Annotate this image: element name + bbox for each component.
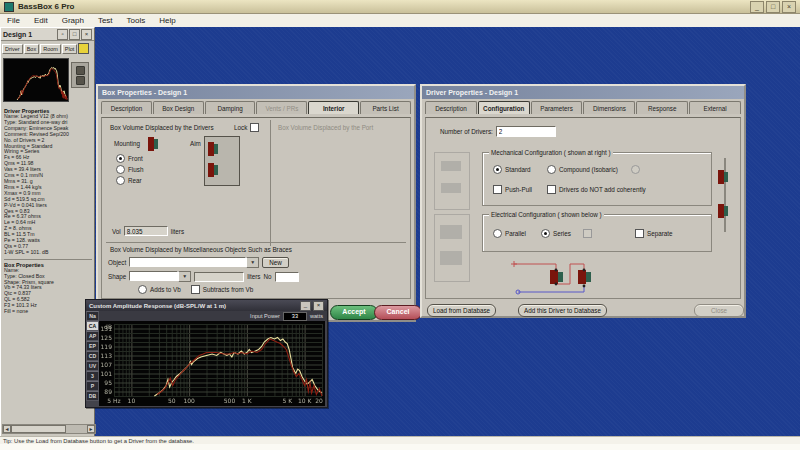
graph-type-button[interactable]: CA — [86, 321, 99, 331]
graph-titlebar[interactable]: Custom Amplitude Response (dB-SPL/W at 1… — [86, 300, 327, 311]
standard-option[interactable]: Standard — [493, 165, 531, 174]
panel-maximize-icon[interactable]: □ — [69, 29, 80, 40]
graph-type-button[interactable]: AP — [86, 331, 99, 341]
subtracts-from-vb-option[interactable]: Subtracts from Vb — [191, 285, 253, 294]
lock-checkbox[interactable] — [250, 123, 259, 132]
speaker-box-icon[interactable] — [71, 62, 89, 88]
menu-item[interactable]: Help — [152, 16, 182, 25]
box-dialog-tab[interactable]: Parts List — [360, 101, 411, 114]
graph-type-toolbar: NaCAAPEPCDUV3PDB — [86, 311, 99, 407]
close-button[interactable]: Close — [694, 304, 744, 317]
input-power-value[interactable]: 33 — [283, 312, 307, 321]
standard-radio[interactable] — [493, 165, 502, 174]
menu-item[interactable]: Test — [91, 16, 120, 25]
object-dropdown[interactable]: ▼ — [129, 257, 259, 268]
plot-color-swatch[interactable] — [78, 43, 89, 54]
driver-dialog-tab[interactable]: Description — [425, 101, 477, 114]
maximize-icon[interactable]: □ — [766, 1, 780, 13]
separate-option[interactable]: Separate — [635, 229, 673, 238]
no-coherent-option[interactable]: Drivers do NOT add coherently — [547, 185, 646, 194]
box-dialog-tab[interactable]: Vents / PRs — [256, 101, 307, 114]
driver-dialog-tab[interactable]: Dimensions — [583, 101, 635, 114]
lock-control: Lock — [234, 123, 259, 132]
horizontal-scrollbar[interactable]: ◄ ► — [2, 424, 96, 434]
front-radio[interactable] — [116, 154, 125, 163]
driver-dialog-title: Driver Properties - Design 1 — [426, 89, 518, 96]
driver-dialog-tab[interactable]: Response — [636, 101, 688, 114]
dropdown-icon[interactable]: ▼ — [246, 257, 259, 268]
mounting-rear-option[interactable]: Rear — [116, 176, 142, 185]
drivers-vol-field[interactable] — [124, 226, 168, 236]
amplitude-response-chart[interactable] — [99, 321, 325, 406]
series-radio[interactable] — [541, 229, 550, 238]
menu-item[interactable]: Graph — [55, 16, 91, 25]
parallel-option[interactable]: Parallel — [493, 229, 526, 238]
scrollbar-thumb[interactable] — [11, 425, 66, 433]
menu-item[interactable]: File — [0, 16, 27, 25]
cancel-button[interactable]: Cancel — [374, 305, 422, 320]
series-wiring-diagram — [510, 256, 640, 298]
response-thumbnail-chart[interactable] — [3, 58, 69, 102]
plot-button[interactable]: Plot — [62, 44, 77, 54]
box-button[interactable]: Box — [24, 44, 39, 54]
accept-button[interactable]: Accept — [330, 305, 378, 320]
app-icon — [4, 2, 14, 12]
graph-close-icon[interactable]: × — [313, 301, 324, 311]
mounting-front-option[interactable]: Front — [116, 154, 143, 163]
box-dialog-tab[interactable]: Box Design — [153, 101, 204, 114]
push-pull-checkbox[interactable] — [493, 185, 502, 194]
panel-restore-icon[interactable]: ▫ — [57, 29, 68, 40]
driver-dialog-tab[interactable]: External — [689, 101, 741, 114]
design-summary-panel: Design 1 ▫ □ × Driver Box Room Plot — [0, 27, 95, 436]
mounting-flush-option[interactable]: Flush — [116, 165, 143, 174]
subtracts-checkbox[interactable] — [191, 285, 200, 294]
graph-type-button[interactable]: CD — [86, 351, 99, 361]
box-dialog-titlebar[interactable]: Box Properties - Design 1 — [98, 86, 414, 99]
scroll-left-icon[interactable]: ◄ — [3, 425, 11, 433]
shape-dropdown[interactable]: ▼ — [129, 271, 191, 282]
close-icon[interactable]: × — [782, 1, 796, 13]
new-object-button[interactable]: New — [262, 257, 289, 268]
graph-type-button[interactable]: DB — [86, 391, 99, 401]
input-power-unit: watts — [310, 313, 323, 319]
minimize-icon[interactable]: _ — [750, 1, 764, 13]
dropdown-icon[interactable]: ▼ — [178, 271, 191, 282]
menu-item[interactable]: Tools — [120, 16, 153, 25]
push-pull-option[interactable]: Push-Pull — [493, 185, 532, 194]
taskbar-area — [0, 444, 800, 450]
load-from-database-button[interactable]: Load from Database — [427, 304, 496, 317]
separate-checkbox[interactable] — [635, 229, 644, 238]
rear-radio[interactable] — [116, 176, 125, 185]
compound-radio[interactable] — [547, 165, 556, 174]
box-dialog-tab[interactable]: Interior — [308, 101, 359, 114]
driver-dialog-tab[interactable]: Parameters — [531, 101, 583, 114]
graph-type-button[interactable]: EP — [86, 341, 99, 351]
parallel-radio[interactable] — [493, 229, 502, 238]
section-divider — [270, 120, 271, 246]
menu-item[interactable]: Edit — [27, 16, 55, 25]
driver-button[interactable]: Driver — [2, 44, 23, 54]
graph-minimize-icon[interactable]: _ — [300, 301, 311, 311]
graph-type-button[interactable]: 3 — [86, 371, 99, 381]
box-dialog-tab[interactable]: Damping — [205, 101, 256, 114]
mounting-driver-icon — [148, 137, 158, 151]
no-coherent-checkbox[interactable] — [547, 185, 556, 194]
num-drivers-input[interactable] — [496, 126, 556, 137]
thumbnail-row — [1, 56, 94, 104]
graph-type-button[interactable]: Na — [86, 311, 99, 321]
room-button[interactable]: Room — [40, 44, 61, 54]
flush-radio[interactable] — [116, 165, 125, 174]
adds-radio[interactable] — [138, 285, 147, 294]
driver-dialog-titlebar[interactable]: Driver Properties - Design 1 — [422, 86, 744, 99]
graph-type-button[interactable]: P — [86, 381, 99, 391]
adds-to-vb-option[interactable]: Adds to Vb — [138, 285, 181, 294]
object-count-field[interactable] — [275, 272, 299, 282]
series-option[interactable]: Series — [541, 229, 571, 238]
compound-option[interactable]: Compound (Isobaric) — [547, 165, 618, 174]
add-driver-to-database-button[interactable]: Add this Driver to Database — [518, 304, 607, 317]
scroll-right-icon[interactable]: ► — [87, 425, 95, 433]
panel-close-icon[interactable]: × — [81, 29, 92, 40]
graph-type-button[interactable]: UV — [86, 361, 99, 371]
driver-dialog-tab[interactable]: Configuration — [478, 101, 530, 114]
box-dialog-tab[interactable]: Description — [101, 101, 152, 114]
